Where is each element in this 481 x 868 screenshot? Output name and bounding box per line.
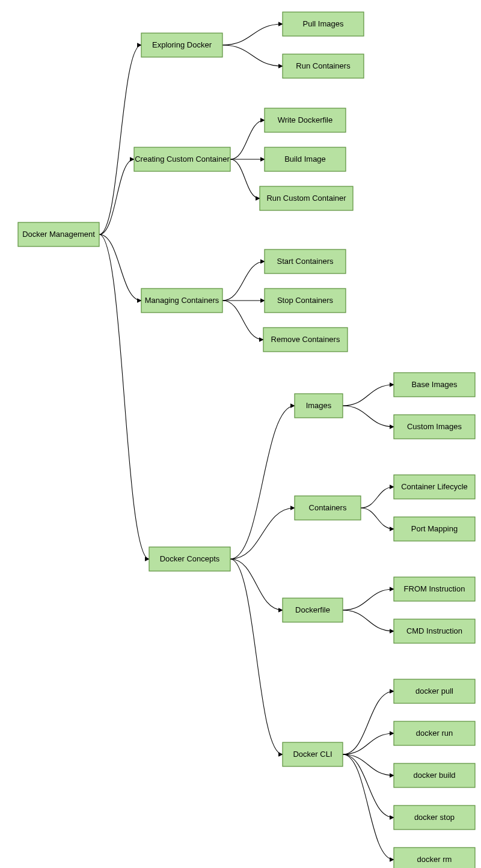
node-stop_containers: Stop Containers xyxy=(265,289,346,313)
node-remove_containers: Remove Containers xyxy=(263,328,348,352)
node-lifecycle: Container Lifecycle xyxy=(394,475,475,499)
edge-docker_cli-docker_build xyxy=(343,754,394,775)
nodes-layer: Docker ManagementExploring DockerPull Im… xyxy=(18,12,475,868)
node-label-pull_images: Pull Images xyxy=(303,19,344,28)
node-label-docker_run: docker run xyxy=(416,729,453,738)
node-label-docker_rm: docker rm xyxy=(417,855,452,864)
diagram-canvas: Docker ManagementExploring DockerPull Im… xyxy=(0,0,481,868)
node-dockerfile: Dockerfile xyxy=(283,598,343,622)
node-label-creating: Creating Custom Container xyxy=(135,154,230,164)
node-label-exploring: Exploring Docker xyxy=(152,40,212,49)
node-docker_build: docker build xyxy=(394,763,475,787)
edge-docker_cli-docker_pull xyxy=(343,691,394,754)
node-run_containers: Run Containers xyxy=(283,54,364,78)
node-exploring: Exploring Docker xyxy=(141,33,222,57)
node-label-remove_containers: Remove Containers xyxy=(271,335,340,344)
node-root: Docker Management xyxy=(18,222,99,246)
node-concepts: Docker Concepts xyxy=(149,547,230,571)
edge-root-exploring xyxy=(99,45,141,234)
edge-concepts-docker_cli xyxy=(230,559,283,754)
node-label-docker_build: docker build xyxy=(413,771,455,780)
edge-managing-remove_containers xyxy=(222,301,263,340)
node-label-write_dockerfile: Write Dockerfile xyxy=(278,115,333,124)
node-build_image: Build Image xyxy=(265,147,346,171)
node-start_containers: Start Containers xyxy=(265,249,346,274)
edge-creating-write_dockerfile xyxy=(230,120,265,159)
node-from_instr: FROM Instruction xyxy=(394,577,475,601)
edge-exploring-pull_images xyxy=(222,24,283,45)
node-images: Images xyxy=(295,394,343,418)
node-label-run_custom: Run Custom Container xyxy=(266,194,346,203)
node-pull_images: Pull Images xyxy=(283,12,364,36)
node-write_dockerfile: Write Dockerfile xyxy=(265,108,346,132)
edge-docker_cli-docker_rm xyxy=(343,754,394,860)
node-label-from_instr: FROM Instruction xyxy=(404,584,465,593)
node-label-images: Images xyxy=(306,401,332,410)
edge-images-custom_images xyxy=(343,406,394,427)
node-label-cmd_instr: CMD Instruction xyxy=(406,626,462,635)
node-containers: Containers xyxy=(295,496,361,520)
edge-concepts-dockerfile xyxy=(230,559,283,610)
node-run_custom: Run Custom Container xyxy=(260,186,353,210)
edge-containers-port_mapping xyxy=(361,508,394,529)
node-label-start_containers: Start Containers xyxy=(277,257,334,266)
node-base_images: Base Images xyxy=(394,373,475,397)
edge-containers-lifecycle xyxy=(361,487,394,508)
node-docker_stop: docker stop xyxy=(394,805,475,830)
node-cmd_instr: CMD Instruction xyxy=(394,619,475,643)
node-label-port_mapping: Port Mapping xyxy=(411,524,458,533)
edge-concepts-containers xyxy=(230,508,295,559)
node-label-root: Docker Management xyxy=(22,230,95,239)
node-docker_cli: Docker CLI xyxy=(283,742,343,766)
node-custom_images: Custom Images xyxy=(394,415,475,439)
node-label-docker_cli: Docker CLI xyxy=(293,750,332,759)
edge-creating-run_custom xyxy=(230,159,260,198)
edge-managing-start_containers xyxy=(222,261,265,301)
node-label-base_images: Base Images xyxy=(412,380,458,389)
node-label-lifecycle: Container Lifecycle xyxy=(401,482,468,491)
node-docker_run: docker run xyxy=(394,721,475,745)
node-label-managing: Managing Containers xyxy=(145,296,219,305)
node-docker_pull: docker pull xyxy=(394,679,475,703)
node-label-custom_images: Custom Images xyxy=(407,422,462,431)
node-docker_rm: docker rm xyxy=(394,848,475,868)
edge-exploring-run_containers xyxy=(222,45,283,66)
node-label-docker_stop: docker stop xyxy=(414,813,455,822)
edge-root-managing xyxy=(99,234,141,301)
edge-root-concepts xyxy=(99,234,149,559)
node-label-stop_containers: Stop Containers xyxy=(277,296,334,305)
edge-docker_cli-docker_run xyxy=(343,733,394,754)
edge-dockerfile-from_instr xyxy=(343,589,394,610)
edge-images-base_images xyxy=(343,385,394,406)
node-label-dockerfile: Dockerfile xyxy=(295,605,330,614)
edge-dockerfile-cmd_instr xyxy=(343,610,394,631)
node-label-containers: Containers xyxy=(309,503,347,512)
node-label-concepts: Docker Concepts xyxy=(160,554,220,563)
node-creating: Creating Custom Container xyxy=(134,147,230,171)
node-managing: Managing Containers xyxy=(141,289,222,313)
node-label-docker_pull: docker pull xyxy=(415,686,453,695)
edge-concepts-images xyxy=(230,406,295,559)
node-label-build_image: Build Image xyxy=(284,154,326,164)
node-port_mapping: Port Mapping xyxy=(394,517,475,541)
node-label-run_containers: Run Containers xyxy=(296,61,351,70)
